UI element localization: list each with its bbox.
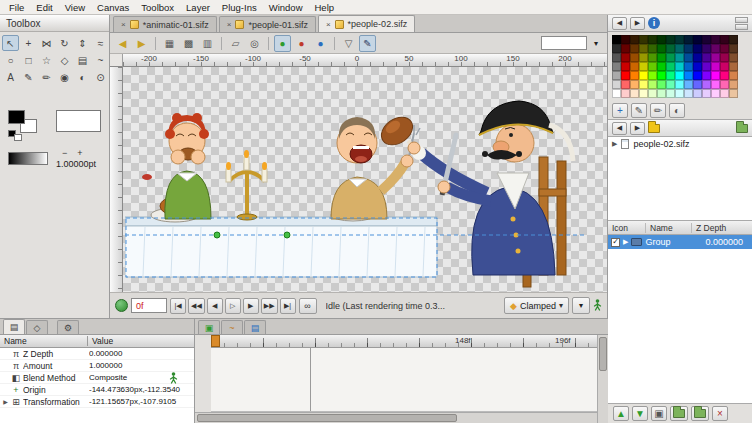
expander-icon[interactable]: ▶ (2, 398, 9, 405)
palette-swatch[interactable] (711, 71, 720, 80)
zoom-tool[interactable]: ⊙ (92, 69, 109, 85)
palette-swatch[interactable] (720, 80, 729, 89)
palette-swatch[interactable] (657, 44, 666, 53)
palette-swatch[interactable] (630, 89, 639, 98)
layers-column-name[interactable]: Name (646, 223, 692, 233)
param-row-blend-method[interactable]: ◧ Blend Method Composite (0, 372, 194, 384)
rectangle-tool[interactable]: □ (20, 52, 37, 68)
palette-swatch[interactable] (657, 62, 666, 71)
palette-swatch[interactable] (612, 62, 621, 71)
files-forward-button[interactable]: ▶ (630, 122, 645, 135)
palette-swatch[interactable] (729, 44, 738, 53)
palette-swatch[interactable] (729, 80, 738, 89)
palette-swatch[interactable] (621, 35, 630, 44)
circle-tool[interactable]: ○ (2, 52, 19, 68)
hscrollbar-thumb[interactable] (197, 414, 457, 422)
palette-forward-button[interactable]: ▶ (630, 17, 645, 30)
palette-swatch[interactable] (693, 89, 702, 98)
timetrack-ruler[interactable]: 148f196f (211, 335, 597, 348)
palette-swatch[interactable] (693, 35, 702, 44)
star-tool[interactable]: ☆ (38, 52, 55, 68)
mirror-tool[interactable]: ⋈ (38, 35, 55, 51)
palette-swatch[interactable] (621, 71, 630, 80)
menu-item-canvas[interactable]: Canvas (91, 1, 135, 14)
sketch-tool[interactable]: ≈ (92, 35, 109, 51)
param-row-amount[interactable]: π Amount 1.000000 (0, 360, 194, 372)
palette-swatch[interactable] (675, 44, 684, 53)
layer-visibility-checkbox[interactable]: ✓ (611, 238, 620, 247)
close-icon[interactable]: × (121, 20, 126, 29)
transform-tool[interactable]: ↖ (2, 35, 19, 51)
palette-swatch[interactable] (630, 53, 639, 62)
lower-layer-button[interactable]: ▼ (632, 406, 648, 421)
param-row-origin[interactable]: + Origin -144.473630px,-112.3540 (0, 384, 194, 396)
param-row-transformation[interactable]: ▶ ⊞ Transformation -121.15657px,-107.910… (0, 396, 194, 408)
palette-swatch[interactable] (675, 62, 684, 71)
menu-item-window[interactable]: Window (263, 1, 309, 14)
palette-swatch[interactable] (639, 71, 648, 80)
palette-swatch[interactable] (675, 80, 684, 89)
palette-swatch[interactable] (720, 35, 729, 44)
fill-tool[interactable]: ◉ (56, 69, 73, 85)
open-folder-icon[interactable] (736, 124, 748, 133)
panel-expand-button[interactable] (735, 17, 748, 23)
palette-swatch[interactable] (684, 89, 693, 98)
palette-swatch[interactable] (729, 53, 738, 62)
palette-back-button[interactable]: ◀ (612, 17, 627, 30)
future-keyframe-button[interactable]: ▶ (133, 35, 150, 52)
palette-swatch[interactable] (675, 89, 684, 98)
palette-swatch[interactable] (684, 44, 693, 53)
palette-swatch[interactable] (612, 80, 621, 89)
palette-swatch[interactable] (666, 80, 675, 89)
param-value[interactable]: 0.000000 (89, 349, 194, 358)
rotate-tool[interactable]: ↻ (56, 35, 73, 51)
palette-swatch[interactable] (639, 89, 648, 98)
seek-prev-keyframe-button[interactable]: ◀◀ (188, 298, 205, 314)
palette-swatch[interactable] (711, 53, 720, 62)
palette-swatch[interactable] (639, 35, 648, 44)
layers-list[interactable]: ✓ ▶ Group 0.000000 (608, 235, 752, 403)
layers-column-icon[interactable]: Icon (608, 223, 646, 233)
palette-swatch[interactable] (648, 80, 657, 89)
vertical-ruler[interactable] (110, 67, 123, 292)
palette-swatch[interactable] (621, 44, 630, 53)
palette-swatch[interactable] (639, 53, 648, 62)
palette-swatch[interactable] (666, 62, 675, 71)
width-increase-button[interactable]: + (77, 148, 82, 158)
tab-parameters[interactable]: ▤ (3, 319, 25, 334)
palette-swatch[interactable] (684, 35, 693, 44)
menu-item-plug-ins[interactable]: Plug-Ins (216, 1, 263, 14)
palette-swatch[interactable] (729, 62, 738, 71)
palette-swatch[interactable] (657, 71, 666, 80)
seek-prev-frame-button[interactable]: ◀ (207, 298, 223, 314)
palette-swatch[interactable] (612, 53, 621, 62)
fg-bg-color-widget[interactable] (8, 110, 44, 140)
palette-swatch[interactable] (675, 71, 684, 80)
menu-item-view[interactable]: View (59, 1, 91, 14)
canvas-option-input[interactable] (541, 36, 587, 50)
folder-icon[interactable] (648, 124, 660, 133)
palette-swatch[interactable] (612, 44, 621, 53)
tab-people-01[interactable]: × *people-01.sifz (219, 16, 316, 32)
raise-layer-button[interactable]: ▲ (613, 406, 629, 421)
draw-mode-button[interactable]: ✎ (359, 35, 376, 52)
palette-swatch[interactable] (702, 53, 711, 62)
tab-keyframes[interactable]: ◇ (26, 320, 48, 334)
palette-swatch[interactable] (621, 53, 630, 62)
palette-swatch[interactable] (693, 53, 702, 62)
new-group-button[interactable] (670, 406, 688, 421)
palette-swatch[interactable] (666, 44, 675, 53)
canvas-viewport[interactable] (123, 67, 607, 292)
load-color-button[interactable]: ◐ (669, 103, 685, 118)
animate-mode-icon[interactable] (593, 299, 602, 313)
draw-tool[interactable]: ✎ (20, 69, 37, 85)
palette-swatch[interactable] (729, 35, 738, 44)
text-tool[interactable]: A (2, 69, 19, 85)
palette-swatch[interactable] (720, 62, 729, 71)
timetrack-hscrollbar[interactable] (195, 412, 597, 423)
grid-show-button[interactable]: ▦ (161, 35, 178, 52)
add-color-button[interactable]: + (612, 103, 628, 118)
width-decrease-button[interactable]: − (62, 148, 67, 158)
render-button[interactable]: ● (293, 35, 310, 52)
params-column-value[interactable]: Value (88, 336, 194, 346)
